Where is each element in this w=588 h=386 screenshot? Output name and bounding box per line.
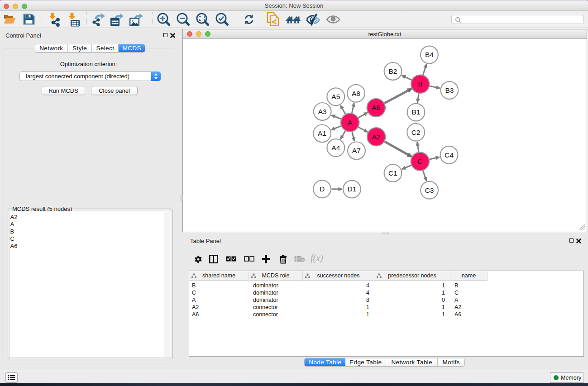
svg-text:A7: A7 [352,147,361,154]
svg-text:A8: A8 [352,90,360,97]
svg-text:B3: B3 [445,86,454,94]
svg-text:A5: A5 [331,93,340,100]
svg-text:C2: C2 [411,129,421,136]
svg-text:B4: B4 [425,51,434,58]
svg-text:A: A [348,119,353,126]
svg-text:C: C [417,157,422,165]
svg-text:A1: A1 [318,129,326,137]
svg-text:A3: A3 [318,108,327,115]
svg-text:C4: C4 [445,151,454,159]
svg-text:B1: B1 [412,108,421,116]
svg-text:A6: A6 [372,104,380,111]
svg-text:C3: C3 [425,186,434,194]
svg-text:D: D [320,185,325,193]
svg-text:B: B [418,80,422,88]
svg-text:C1: C1 [388,169,397,177]
svg-text:A4: A4 [331,144,340,152]
svg-text:B2: B2 [389,67,397,75]
svg-text:D1: D1 [347,185,356,193]
svg-text:A2: A2 [372,133,381,141]
